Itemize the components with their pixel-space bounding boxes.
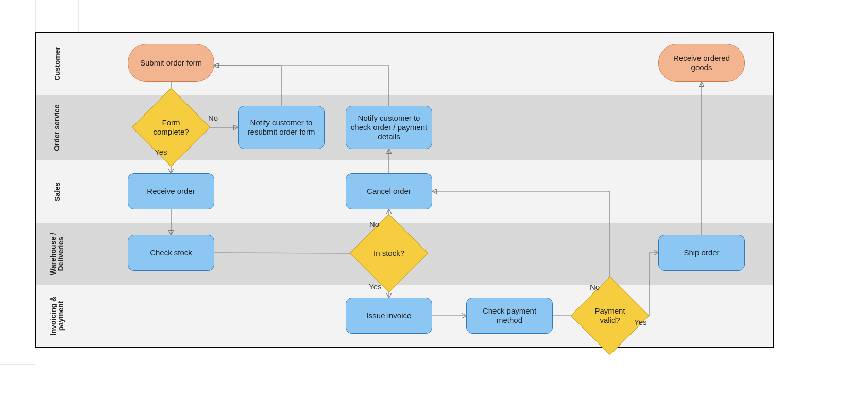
edge-label-stock-no: No — [369, 220, 379, 228]
node-label: Receive ordered goods — [663, 54, 740, 72]
edge-label-form-no: No — [208, 113, 218, 122]
bg-gridline — [78, 0, 79, 32]
bg-gridline — [774, 347, 868, 347]
lane-header-invoicing: Invoicing & payment — [36, 285, 79, 347]
lane-label: Invoicing & payment — [49, 297, 65, 335]
node-receive-order[interactable]: Receive order — [128, 173, 214, 209]
node-label: Notify customer to resubmit order form — [243, 118, 320, 137]
lane-label: Customer — [54, 47, 61, 80]
lane-label: Warehouse / Deliveries — [49, 233, 65, 275]
edge-label-pay-no: No — [590, 283, 600, 291]
lane-header-warehouse: Warehouse / Deliveries — [36, 223, 79, 285]
node-notify-resubmit[interactable]: Notify customer to resubmit order form — [238, 106, 325, 149]
node-label: Receive order — [147, 187, 195, 196]
edge-label-form-yes: Yes — [155, 148, 167, 156]
edge-label-stock-yes: Yes — [369, 282, 381, 291]
node-receive-goods[interactable]: Receive ordered goods — [658, 44, 745, 82]
node-check-stock[interactable]: Check stock — [128, 235, 214, 271]
node-notify-check[interactable]: Notify customer to check order / payment… — [346, 106, 432, 149]
node-check-payment-method[interactable]: Check payment method — [466, 298, 553, 334]
node-label: Submit order form — [140, 58, 202, 68]
node-label: Cancel order — [367, 187, 411, 196]
node-label: Check payment method — [471, 306, 548, 325]
node-label: Payment valid? — [587, 306, 633, 325]
lane-header-order-service: Order service — [36, 95, 79, 160]
bg-gridline — [35, 0, 36, 32]
node-submit-order[interactable]: Submit order form — [128, 44, 214, 82]
edge-label-pay-yes: Yes — [634, 318, 646, 326]
node-label: Issue invoice — [367, 311, 412, 320]
node-cancel-order[interactable]: Cancel order — [346, 173, 432, 209]
node-issue-invoice[interactable]: Issue invoice — [346, 298, 432, 334]
bg-gridline — [0, 32, 35, 32]
node-label: In stock? — [366, 249, 412, 258]
bg-gridline — [0, 382, 868, 382]
node-label: Check stock — [150, 248, 192, 257]
node-label: Notify customer to check order / payment… — [350, 113, 428, 141]
diagram-canvas: Customer Order service Sales Warehouse /… — [0, 0, 868, 409]
node-ship-order[interactable]: Ship order — [658, 235, 745, 271]
lane-header-customer: Customer — [36, 33, 79, 95]
lane-label: Sales — [54, 182, 61, 201]
bg-gridline — [0, 364, 35, 365]
lane-label: Order service — [54, 104, 61, 151]
lane-header-sales: Sales — [36, 160, 79, 223]
node-label: Form complete? — [148, 118, 194, 137]
node-label: Ship order — [684, 248, 719, 257]
